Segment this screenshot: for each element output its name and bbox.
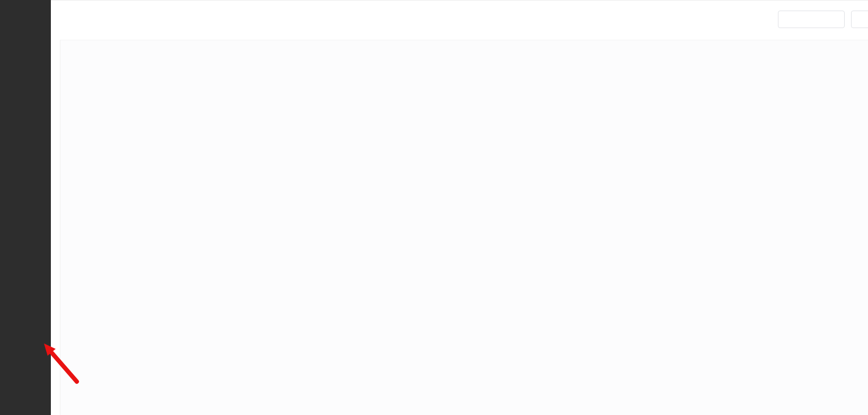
header [51, 0, 868, 40]
brand-logo-icon [11, 4, 40, 33]
app-root: { "palette": { "sidebar_bg": "#2d2d2d", … [0, 0, 868, 415]
main-panel [60, 40, 868, 415]
back-home-button[interactable] [778, 11, 845, 28]
notifications-button[interactable] [851, 11, 868, 28]
sidebar [0, 0, 51, 415]
content [60, 40, 868, 49]
